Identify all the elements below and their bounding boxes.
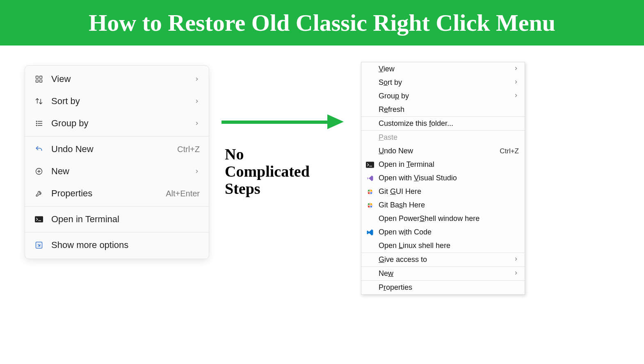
menu-item-give-access-to[interactable]: Give access to: [361, 253, 525, 266]
svg-point-19: [368, 189, 370, 191]
menu-item-label: Open with Code: [379, 228, 519, 237]
expand-icon: [34, 240, 44, 250]
svg-point-27: [370, 205, 372, 207]
menu-item-open-linux-shell-here[interactable]: Open Linux shell here: [361, 239, 525, 253]
menu-item-open-in-terminal[interactable]: Open in Terminal: [361, 158, 525, 171]
menu-item-label: Git GUI Here: [379, 187, 519, 196]
svg-rect-0: [36, 76, 39, 79]
vs-icon: [365, 175, 375, 182]
menu-item-properties[interactable]: PropertiesAlt+Enter: [25, 182, 209, 205]
blank-icon: [365, 256, 375, 264]
chevron-right-icon: [194, 74, 200, 84]
svg-point-21: [368, 192, 370, 194]
menu-item-undo-new[interactable]: Undo NewCtrl+Z: [361, 144, 525, 158]
svg-point-4: [36, 121, 37, 122]
page-title: How to Restore Old Classic Right Click M…: [89, 9, 555, 36]
svg-point-22: [370, 192, 372, 194]
menu-item-shortcut: Alt+Enter: [166, 189, 200, 198]
menu-item-properties[interactable]: Properties: [361, 281, 525, 294]
menu-item-new[interactable]: New: [361, 267, 525, 280]
menu-item-group-by[interactable]: Group by: [361, 89, 525, 103]
page-title-banner: How to Restore Old Classic Right Click M…: [0, 0, 644, 46]
blank-icon: [365, 106, 375, 114]
menu-item-refresh[interactable]: Refresh: [361, 103, 525, 116]
menu-item-new[interactable]: New: [25, 160, 209, 182]
menu-item-paste: Paste: [361, 131, 525, 144]
menu-item-git-gui-here[interactable]: Git GUI Here: [361, 185, 525, 198]
menu-item-label: Open PowerShell window here: [379, 214, 519, 223]
svg-rect-13: [35, 216, 43, 223]
classic-context-menu: ViewSort byGroup byRefreshCustomize this…: [361, 62, 525, 295]
menu-item-label: Give access to: [379, 255, 513, 264]
svg-rect-3: [40, 80, 42, 82]
blank-icon: [365, 93, 375, 100]
chevron-right-icon: [194, 96, 200, 107]
arrow-head: [327, 114, 344, 129]
svg-point-8: [36, 125, 37, 126]
menu-item-label: Group by: [379, 92, 513, 100]
group-icon: [34, 118, 44, 128]
menu-item-shortcut: Ctrl+Z: [500, 147, 519, 155]
menu-item-label: Refresh: [379, 105, 519, 114]
sort-icon: [34, 96, 44, 106]
menu-item-undo-new[interactable]: Undo NewCtrl+Z: [25, 138, 209, 160]
win11-context-menu: ViewSort byGroup byUndo NewCtrl+ZNewProp…: [25, 65, 209, 259]
menu-item-label: Group by: [51, 118, 194, 129]
chevron-right-icon: [513, 65, 519, 73]
menu-item-label: Git Bash Here: [379, 201, 519, 209]
menu-item-label: Undo New: [51, 144, 177, 155]
menu-item-label: View: [51, 74, 194, 84]
menu-item-sort-by[interactable]: Sort by: [25, 90, 209, 112]
menu-item-label: Undo New: [379, 147, 500, 155]
blank-icon: [365, 134, 375, 141]
git-icon: [365, 202, 375, 209]
chevron-right-icon: [194, 118, 200, 129]
svg-marker-23: [367, 202, 373, 208]
git-icon: [365, 188, 375, 196]
menu-item-label: View: [379, 65, 513, 73]
svg-point-25: [370, 203, 372, 205]
menu-item-open-in-terminal[interactable]: Open in Terminal: [25, 208, 209, 230]
menu-item-sort-by[interactable]: Sort by: [361, 76, 525, 89]
menu-item-open-with-code[interactable]: Open with Code: [361, 225, 525, 239]
menu-item-label: Open in Terminal: [379, 160, 519, 169]
menu-item-view[interactable]: View: [25, 68, 209, 90]
svg-marker-18: [367, 189, 373, 195]
svg-point-6: [36, 123, 37, 124]
menu-item-label: Show more options: [51, 240, 200, 250]
menu-item-label: Paste: [379, 133, 519, 142]
vscode-icon: [365, 229, 375, 236]
stage: ViewSort byGroup byUndo NewCtrl+ZNewProp…: [0, 46, 644, 356]
menu-item-label: Properties: [51, 188, 166, 199]
menu-item-label: New: [51, 166, 194, 177]
menu-item-open-powershell-window-here[interactable]: Open PowerShell window here: [361, 212, 525, 225]
blank-icon: [365, 284, 375, 291]
svg-rect-16: [366, 162, 374, 168]
menu-item-open-with-visual-studio[interactable]: Open with Visual Studio: [361, 171, 525, 185]
blank-icon: [365, 66, 375, 73]
new-icon: [34, 166, 44, 176]
terminal-icon: [365, 161, 375, 168]
chevron-right-icon: [194, 166, 200, 177]
arrow-line: [222, 121, 328, 124]
svg-point-20: [370, 189, 372, 191]
svg-point-24: [368, 203, 370, 205]
menu-item-label: Open with Visual Studio: [379, 174, 519, 182]
caption-text: No Complicated Steps: [225, 146, 310, 197]
blank-icon: [365, 79, 375, 86]
menu-item-view[interactable]: View: [361, 62, 525, 76]
svg-point-26: [368, 205, 370, 207]
menu-item-customize-this-folder[interactable]: Customize this folder...: [361, 117, 525, 130]
menu-item-group-by[interactable]: Group by: [25, 112, 209, 134]
blank-icon: [365, 148, 375, 155]
blank-icon: [365, 120, 375, 127]
chevron-right-icon: [513, 269, 519, 278]
menu-item-label: Open in Terminal: [51, 214, 200, 225]
terminal-icon: [34, 214, 44, 224]
menu-separator: [25, 136, 209, 136]
chevron-right-icon: [513, 78, 519, 87]
menu-item-label: Sort by: [379, 78, 513, 87]
menu-item-show-more-options[interactable]: Show more options: [25, 234, 209, 256]
blank-icon: [365, 270, 375, 278]
menu-item-git-bash-here[interactable]: Git Bash Here: [361, 198, 525, 212]
